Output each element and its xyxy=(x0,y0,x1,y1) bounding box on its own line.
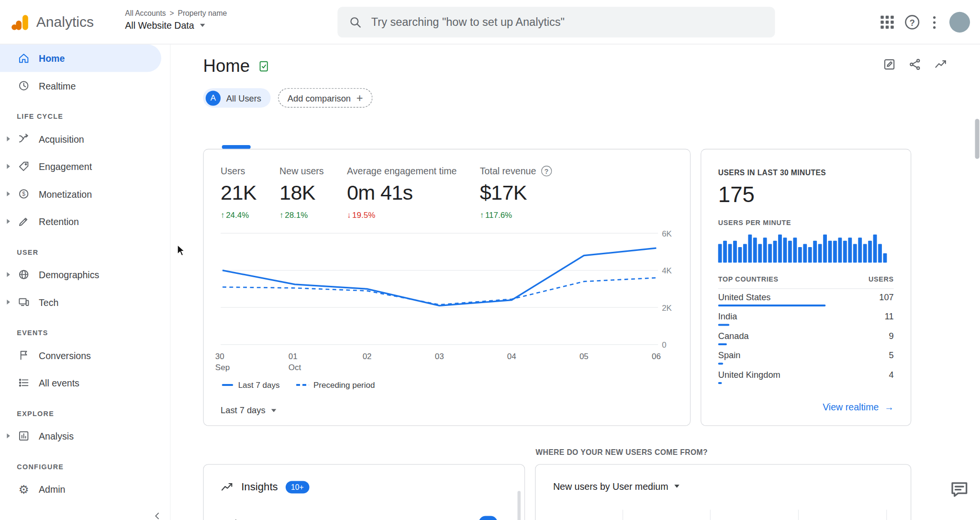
minute-bar xyxy=(743,244,747,262)
arrow-up-icon: ↑ xyxy=(279,210,283,220)
search-icon xyxy=(349,15,363,29)
apps-grid-icon[interactable] xyxy=(880,16,893,29)
arrow-up-icon: ↑ xyxy=(480,210,484,220)
minute-bar xyxy=(838,237,842,262)
brand[interactable]: Analytics xyxy=(9,0,94,45)
search-input[interactable] xyxy=(371,16,764,29)
sidebar-item-acquisition[interactable]: Acquisition xyxy=(0,125,161,152)
country-bar xyxy=(718,343,826,345)
sidebar-item-retention[interactable]: Retention xyxy=(0,208,161,235)
insights-count-badge: 10+ xyxy=(285,481,309,493)
metric-users[interactable]: Users 21K ↑24.4% xyxy=(221,166,256,219)
users-trend-chart xyxy=(221,229,658,348)
table-row: United Kingdom4 xyxy=(718,370,894,384)
all-users-chip[interactable]: A All Users xyxy=(203,88,270,107)
realtime-card: USERS IN LAST 30 MINUTES 175 USERS PER M… xyxy=(701,149,911,426)
top-cards-row: Users 21K ↑24.4% New users 18K ↑28.1% Av… xyxy=(203,149,911,426)
dashed-line-swatch xyxy=(296,384,308,386)
page-scrollbar[interactable] xyxy=(975,119,980,159)
sidebar-item-realtime[interactable]: Realtime xyxy=(0,72,161,99)
sidebar-item-monetization[interactable]: $ Monetization xyxy=(0,180,161,207)
metric-new-users[interactable]: New users 18K ↑28.1% xyxy=(279,166,324,219)
insights-icon[interactable] xyxy=(933,57,948,72)
property-selector[interactable]: All Website Data xyxy=(125,20,227,31)
sidebar-item-demographics[interactable]: Demographics xyxy=(0,261,161,288)
new-users-section-heading: WHERE DO YOUR NEW USERS COME FROM? xyxy=(535,448,708,456)
view-realtime-link[interactable]: View realtime → xyxy=(823,402,894,412)
expand-icon xyxy=(7,433,10,438)
help-icon[interactable]: ? xyxy=(905,15,919,29)
help-icon[interactable]: ? xyxy=(541,166,552,176)
more-options-icon[interactable] xyxy=(931,13,938,31)
minute-bar xyxy=(863,244,867,262)
page-title: Home xyxy=(203,57,250,77)
minute-bar xyxy=(823,235,827,263)
expand-icon xyxy=(7,164,10,169)
minute-bar xyxy=(818,244,822,262)
monetization-icon: $ xyxy=(17,187,31,201)
sidebar-item-analysis[interactable]: Analysis xyxy=(0,422,161,450)
engagement-icon xyxy=(17,159,31,173)
sidebar-item-home[interactable]: Home xyxy=(0,45,161,72)
retention-icon xyxy=(17,215,31,228)
collapse-sidebar-icon[interactable] xyxy=(152,510,163,520)
breadcrumb-account[interactable]: All Accounts xyxy=(125,9,166,17)
minute-bar xyxy=(883,253,887,263)
metric-engagement-time[interactable]: Average engagement time 0m 41s ↓19.5% xyxy=(347,166,457,219)
new-users-dimension-dropdown[interactable]: New users by User medium xyxy=(553,481,679,491)
clock-icon xyxy=(17,79,31,93)
new-users-card: New users by User medium xyxy=(535,464,911,520)
metric-delta: ↑24.4% xyxy=(221,210,256,220)
minute-bar xyxy=(768,244,772,262)
realtime-users-value: 175 xyxy=(718,182,755,207)
globe-icon xyxy=(17,268,31,282)
country-bar xyxy=(718,324,826,326)
avatar[interactable] xyxy=(949,12,970,33)
countries-table-header: TOP COUNTRIES USERS xyxy=(718,275,894,289)
country-bar xyxy=(718,305,826,306)
search-bar[interactable] xyxy=(337,7,775,37)
minute-bar xyxy=(778,235,782,263)
add-comparison-button[interactable]: Add comparison + xyxy=(278,88,372,107)
y-axis-tick: 2K xyxy=(662,303,672,313)
date-range-selector[interactable]: Last 7 days xyxy=(221,405,276,415)
acquisition-icon xyxy=(17,132,31,146)
arrow-right-icon: → xyxy=(884,402,894,412)
sidebar-item-admin[interactable]: ⚙ Admin xyxy=(0,475,161,503)
chevron-down-icon xyxy=(271,409,276,412)
customize-report-icon[interactable] xyxy=(882,57,897,72)
arrow-down-icon: ↓ xyxy=(347,210,351,220)
insight-item-icon xyxy=(226,517,238,520)
x-axis-tick: 05 xyxy=(579,351,589,362)
sidebar-item-tech[interactable]: Tech xyxy=(0,288,161,316)
minute-bar xyxy=(868,241,872,263)
country-bar xyxy=(718,363,826,365)
metrics-row: Users 21K ↑24.4% New users 18K ↑28.1% Av… xyxy=(221,166,678,219)
sidebar-item-all-events[interactable]: All events xyxy=(0,369,161,396)
minute-bar xyxy=(793,237,797,262)
breadcrumb: All Accounts > Property name All Website… xyxy=(125,9,227,31)
insights-scrollbar[interactable] xyxy=(517,491,521,520)
breadcrumb-property[interactable]: Property name xyxy=(178,9,227,17)
metric-total-revenue[interactable]: Total revenue? $17K ↑117.6% xyxy=(480,166,552,219)
y-axis-tick: 4K xyxy=(662,266,672,276)
metric-delta: ↑28.1% xyxy=(279,210,324,220)
chat-feedback-button[interactable] xyxy=(949,479,970,500)
minute-bar xyxy=(773,241,777,263)
insight-action-chip[interactable] xyxy=(479,516,497,520)
gridline xyxy=(886,509,887,520)
insights-header[interactable]: Insights 10+ xyxy=(220,480,310,494)
devices-icon xyxy=(17,295,31,309)
table-row: Canada9 xyxy=(718,331,894,345)
minute-bar xyxy=(758,244,762,262)
sidebar-item-engagement[interactable]: Engagement xyxy=(0,153,161,180)
minute-bar xyxy=(788,241,792,263)
sidebar-item-conversions[interactable]: Conversions xyxy=(0,341,161,369)
insights-card: Insights 10+ xyxy=(203,464,525,520)
brand-name: Analytics xyxy=(36,14,94,31)
section-title-user: USER xyxy=(17,249,170,256)
users-per-minute-label: USERS PER MINUTE xyxy=(718,219,791,226)
y-axis-tick: 0 xyxy=(662,340,666,350)
x-axis-labels: 30Sep01Oct0203040506 xyxy=(221,351,658,373)
share-icon[interactable] xyxy=(907,57,922,72)
